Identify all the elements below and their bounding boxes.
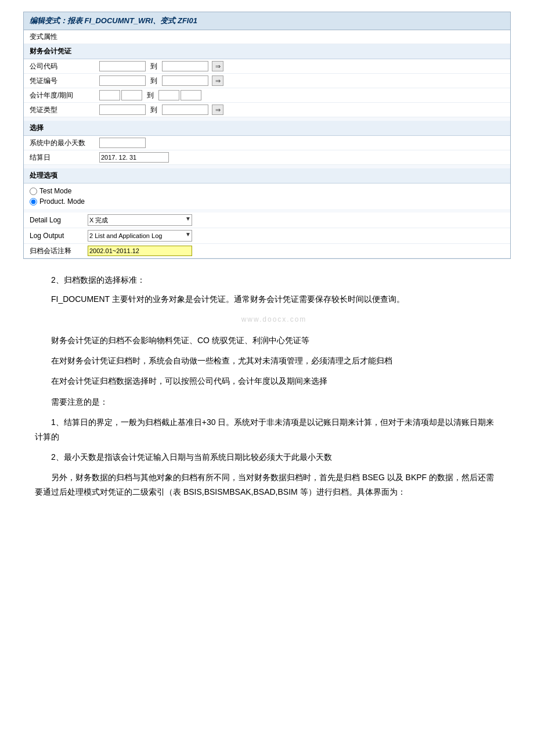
settlement-date-input[interactable]: [99, 152, 169, 163]
voucher-type-to-text: 到: [150, 105, 157, 115]
section2-title: 2、归档数据的选择标准：: [35, 273, 499, 287]
fiscal-year-to[interactable]: [158, 90, 179, 100]
radio-product-mode-input[interactable]: [30, 198, 37, 206]
company-code-label: 公司代码: [30, 62, 99, 71]
archive-session-label: 归档会话注释: [30, 246, 88, 256]
detail-log-select-wrapper: X 完成 错误 全部 ▼: [88, 214, 192, 226]
company-code-row: 公司代码 到 ⇒: [24, 59, 510, 74]
voucher-no-to-text: 到: [150, 76, 157, 86]
voucher-no-arrow-btn[interactable]: ⇒: [212, 75, 223, 86]
paragraph-4: 在对会计凭证归档数据选择时，可以按照公司代码，会计年度以及期间来选择: [35, 374, 499, 388]
paragraph-7: 2、最小天数是指该会计凭证输入日期与当前系统日期比较必须大于此最小天数: [35, 450, 499, 465]
fiscal-period-to[interactable]: [181, 90, 201, 100]
voucher-no-from[interactable]: [99, 75, 146, 86]
min-days-input[interactable]: [99, 138, 146, 148]
fiscal-year-label: 会计年度/期间: [30, 91, 99, 100]
watermark-area: FI_DOCUMENT 主要针对的业务对象是会计凭证。通常财务会计凭证需要保存较…: [35, 292, 499, 327]
detail-log-label: Detail Log: [30, 216, 88, 224]
variant-attr-label: 变式属性: [30, 32, 99, 42]
log-output-label: Log Output: [30, 232, 88, 240]
archive-session-row: 归档会话注释: [24, 244, 510, 258]
voucher-type-row: 凭证类型 到 ⇒: [24, 103, 510, 117]
fiscal-period-from[interactable]: [121, 90, 142, 100]
panel-title: 编辑变式：报表 FI_DOCUMNT_WRI、变式 ZFI01: [24, 12, 510, 30]
company-code-to-text: 到: [150, 62, 157, 71]
paragraph-5: 需要注意的是：: [35, 395, 499, 409]
paragraph-6: 1、结算日的界定，一般为归档截止基准日+30 日。系统对于非未清项是以记账日期来…: [35, 415, 499, 444]
voucher-no-row: 凭证编号 到 ⇒: [24, 74, 510, 88]
voucher-no-label: 凭证编号: [30, 76, 99, 86]
log-output-select-wrapper: 2 List and Application Log 1 应用程序日志 3 仅列…: [88, 230, 192, 242]
fiscal-year-from[interactable]: [99, 90, 120, 100]
voucher-type-arrow-btn[interactable]: ⇒: [212, 105, 223, 115]
sap-form-panel: 编辑变式：报表 FI_DOCUMNT_WRI、变式 ZFI01 变式属性 财务会…: [23, 12, 511, 259]
radio-product-mode-label: Product. Mode: [39, 197, 85, 206]
paragraph-8: 另外，财务数据的归档与其他对象的归档有所不同，当对财务数据归档时，首先是归档 B…: [35, 470, 499, 499]
fiscal-year-row: 会计年度/期间 到: [24, 88, 510, 103]
detail-log-select[interactable]: X 完成 错误 全部: [88, 214, 192, 226]
radio-test-mode[interactable]: Test Mode: [30, 186, 504, 196]
watermark-text: www.doocx.com: [35, 312, 499, 327]
voucher-no-to[interactable]: [162, 75, 208, 86]
radio-test-mode-label: Test Mode: [39, 187, 71, 195]
voucher-type-label: 凭证类型: [30, 105, 99, 115]
archive-session-input[interactable]: [88, 246, 192, 256]
paragraph-3: 在对财务会计凭证归档时，系统会自动做一些检查，尤其对未清项管理，必须清理之后才能…: [35, 354, 499, 368]
company-code-to[interactable]: [162, 61, 208, 71]
radio-test-mode-input[interactable]: [30, 188, 37, 195]
min-days-label: 系统中的最小天数: [30, 138, 99, 148]
radio-product-mode[interactable]: Product. Mode: [30, 196, 504, 207]
log-output-row: Log Output 2 List and Application Log 1 …: [24, 228, 510, 244]
min-days-row: 系统中的最小天数: [24, 136, 510, 150]
radio-group-processing: Test Mode Product. Mode: [24, 183, 510, 209]
company-code-arrow-btn[interactable]: ⇒: [212, 61, 223, 71]
settlement-date-label: 结算日: [30, 153, 99, 163]
variant-attr-row: 变式属性: [24, 30, 510, 44]
paragraph-1: FI_DOCUMENT 主要针对的业务对象是会计凭证。通常财务会计凭证需要保存较…: [35, 292, 499, 307]
content-area: 2、归档数据的选择标准： FI_DOCUMENT 主要针对的业务对象是会计凭证。…: [23, 273, 511, 500]
voucher-type-to[interactable]: [162, 105, 208, 115]
fiscal-year-to-text: 到: [147, 91, 154, 100]
panel-title-text: 编辑变式：报表 FI_DOCUMNT_WRI、变式 ZFI01: [30, 16, 197, 25]
voucher-type-from[interactable]: [99, 105, 146, 115]
log-output-select[interactable]: 2 List and Application Log 1 应用程序日志 3 仅列…: [88, 230, 192, 242]
company-code-from[interactable]: [99, 61, 146, 71]
detail-log-row: Detail Log X 完成 错误 全部 ▼: [24, 213, 510, 228]
section-processing: 处理选项: [24, 168, 510, 183]
paragraph-2: 财务会计凭证的归档不会影响物料凭证、CO 统驭凭证、利润中心凭证等: [35, 333, 499, 348]
settlement-date-row: 结算日: [24, 150, 510, 165]
section-accounting: 财务会计凭证: [24, 44, 510, 59]
section-selection: 选择: [24, 121, 510, 136]
